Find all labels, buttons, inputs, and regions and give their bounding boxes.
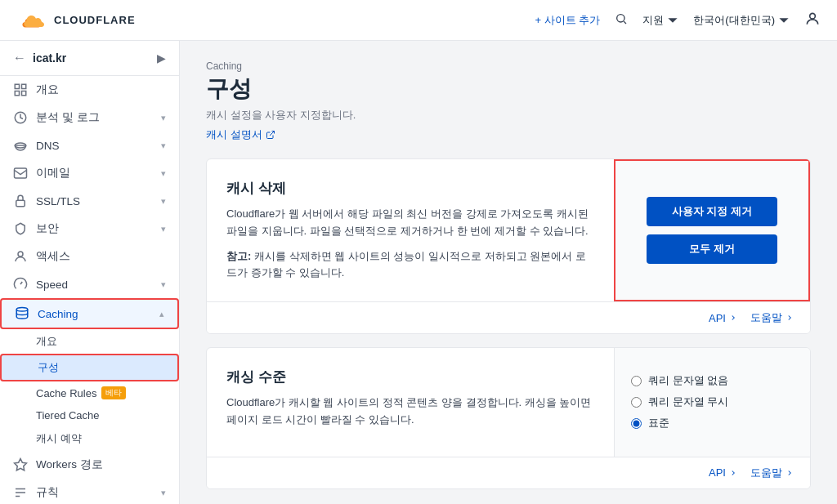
- top-navigation: CLOUDFLARE + 사이트 추가 지원 한국어(대한민국): [0, 0, 837, 41]
- purge-all-button[interactable]: 모두 제거: [647, 234, 777, 264]
- custom-purge-button[interactable]: 사용자 지정 제거: [647, 197, 777, 226]
- shield-icon: [13, 221, 28, 236]
- back-button[interactable]: ←: [13, 51, 26, 65]
- page-desc: 캐시 설정을 사용자 지정합니다.: [206, 108, 811, 123]
- svg-rect-3: [15, 84, 19, 88]
- chevron-down-icon: [778, 15, 790, 26]
- nav-workers[interactable]: Workers 경로: [0, 451, 179, 479]
- arrow-right-icon: [786, 469, 794, 477]
- nav-caching-config[interactable]: 구성: [0, 354, 179, 381]
- search-button[interactable]: [615, 12, 628, 28]
- page-label: Caching: [206, 60, 811, 72]
- nav-access[interactable]: 액세스: [0, 243, 179, 270]
- api-link[interactable]: API: [709, 466, 737, 480]
- card-title: 캐시 삭제: [226, 179, 594, 198]
- sidebar: ← icat.kr ▶ 개요 분석 및 로그 ▾ DNS ▾ 이메일 ▾ SSL…: [0, 41, 180, 504]
- svg-point-2: [810, 13, 816, 19]
- logo-text: CLOUDFLARE: [54, 14, 136, 26]
- card-left: 캐시 삭제 Cloudflare가 웹 서버에서 해당 파일의 최신 버전을 강…: [207, 159, 614, 301]
- cloudflare-logo: CLOUDFLARE: [16, 9, 136, 32]
- rules-icon: [13, 485, 28, 500]
- user-icon: [804, 11, 821, 27]
- cache-level-card: 캐싱 수준 Cloudflare가 캐시할 웹 사이트의 정적 콘텐츠 양을 결…: [206, 347, 811, 489]
- arrow-right-icon: [786, 314, 794, 322]
- nav-security[interactable]: 보안 ▾: [0, 215, 179, 243]
- doc-link[interactable]: 캐시 설명서: [206, 127, 811, 142]
- chevron-icon: ▾: [161, 140, 166, 151]
- site-name: icat.kr: [33, 51, 150, 65]
- chevron-icon: ▾: [161, 224, 166, 234]
- dns-icon: [13, 138, 28, 153]
- grid-icon: [13, 83, 28, 97]
- card-right-actions: 사용자 지정 제거 모두 제거: [614, 159, 810, 301]
- svg-rect-4: [22, 84, 26, 88]
- caching-icon: [15, 306, 29, 321]
- speed-icon: [13, 277, 28, 292]
- card-title: 캐싱 수준: [226, 368, 594, 386]
- nav-cache-reserve[interactable]: 캐시 예약: [0, 426, 179, 451]
- radio-no-query[interactable]: 쿼리 문자열 없음: [631, 373, 794, 388]
- nav-speed[interactable]: Speed ▾: [0, 270, 179, 298]
- chevron-icon: ▾: [161, 168, 166, 179]
- help-link[interactable]: 도움말: [750, 310, 794, 325]
- nav-overview[interactable]: 개요: [0, 76, 179, 104]
- chevron-icon: ▾: [161, 113, 166, 123]
- arrow-right-icon: [729, 469, 737, 477]
- topnav-right: + 사이트 추가 지원 한국어(대한민국): [535, 11, 821, 29]
- svg-point-0: [617, 15, 624, 22]
- nav-caching-overview[interactable]: 개요: [0, 329, 179, 354]
- card-footer: API 도움말: [207, 301, 810, 333]
- support-menu[interactable]: 지원: [642, 13, 678, 28]
- body-wrap: ← icat.kr ▶ 개요 분석 및 로그 ▾ DNS ▾ 이메일 ▾ SSL…: [0, 41, 837, 504]
- nav-ssl[interactable]: SSL/TLS ▾: [0, 187, 179, 215]
- svg-point-12: [18, 252, 23, 256]
- help-link[interactable]: 도움말: [750, 466, 794, 480]
- cloudflare-logo-icon: [16, 9, 49, 32]
- lock-icon: [13, 194, 28, 208]
- nav-email[interactable]: 이메일 ▾: [0, 159, 179, 187]
- svg-point-14: [16, 308, 28, 312]
- nav-dns[interactable]: DNS ▾: [0, 132, 179, 159]
- radio-ignore-query[interactable]: 쿼리 문자열 무시: [631, 395, 794, 409]
- nav-cache-rules[interactable]: Cache Rules 베타: [0, 381, 179, 404]
- chevron-up-icon: ▴: [159, 309, 164, 319]
- search-icon: [615, 12, 628, 25]
- beta-badge: 베타: [101, 386, 126, 399]
- card-body: 캐싱 수준 Cloudflare가 캐시할 웹 사이트의 정적 콘텐츠 양을 결…: [207, 348, 810, 457]
- card-body: 캐시 삭제 Cloudflare가 웹 서버에서 해당 파일의 최신 버전을 강…: [207, 159, 810, 301]
- cache-purge-card: 캐시 삭제 Cloudflare가 웹 서버에서 해당 파일의 최신 버전을 강…: [206, 158, 811, 334]
- card-body-text: Cloudflare가 웹 서버에서 해당 파일의 최신 버전을 강제로 가져오…: [226, 206, 594, 240]
- forward-button[interactable]: ▶: [157, 51, 166, 65]
- chevron-down-icon: [667, 15, 678, 26]
- svg-line-16: [270, 132, 275, 136]
- site-header: ← icat.kr ▶: [0, 41, 179, 76]
- svg-rect-10: [15, 168, 27, 178]
- api-link[interactable]: API: [709, 310, 737, 325]
- cache-level-options: 쿼리 문자열 없음 쿼리 문자열 무시 표준: [614, 348, 810, 457]
- account-menu[interactable]: [804, 11, 821, 29]
- language-menu[interactable]: 한국어(대한민국): [693, 13, 790, 28]
- external-link-icon: [266, 130, 275, 140]
- chevron-icon: ▾: [161, 488, 166, 498]
- note-label: 참고:: [226, 250, 251, 262]
- workers-icon: [13, 457, 28, 472]
- svg-rect-11: [16, 200, 25, 207]
- card-body-text: Cloudflare가 캐시할 웹 사이트의 정적 콘텐츠 양을 결정합니다. …: [226, 395, 594, 429]
- chevron-icon: ▾: [161, 196, 166, 207]
- email-icon: [13, 166, 28, 181]
- card-note: 참고: 캐시를 삭제하면 웹 사이트의 성능이 일시적으로 저하되고 원본에서 …: [226, 248, 594, 283]
- nav-tiered-cache[interactable]: Tiered Cache: [0, 404, 179, 426]
- chart-icon: [13, 110, 28, 125]
- radio-standard[interactable]: 표준: [631, 416, 794, 430]
- add-site-button[interactable]: + 사이트 추가: [535, 13, 601, 28]
- arrow-right-icon: [729, 314, 737, 322]
- caching-submenu: 개요 구성 Cache Rules 베타 Tiered Cache 캐시 예약: [0, 329, 179, 451]
- nav-analytics[interactable]: 분석 및 로그 ▾: [0, 104, 179, 132]
- svg-line-1: [624, 21, 626, 24]
- svg-marker-15: [15, 459, 27, 471]
- nav-caching[interactable]: Caching ▴: [0, 298, 179, 329]
- access-icon: [13, 249, 28, 264]
- chevron-icon: ▾: [161, 279, 166, 290]
- nav-rules[interactable]: 규칙 ▾: [0, 479, 179, 504]
- main-content: Caching 구성 캐시 설정을 사용자 지정합니다. 캐시 설명서 캐시 삭…: [180, 41, 837, 504]
